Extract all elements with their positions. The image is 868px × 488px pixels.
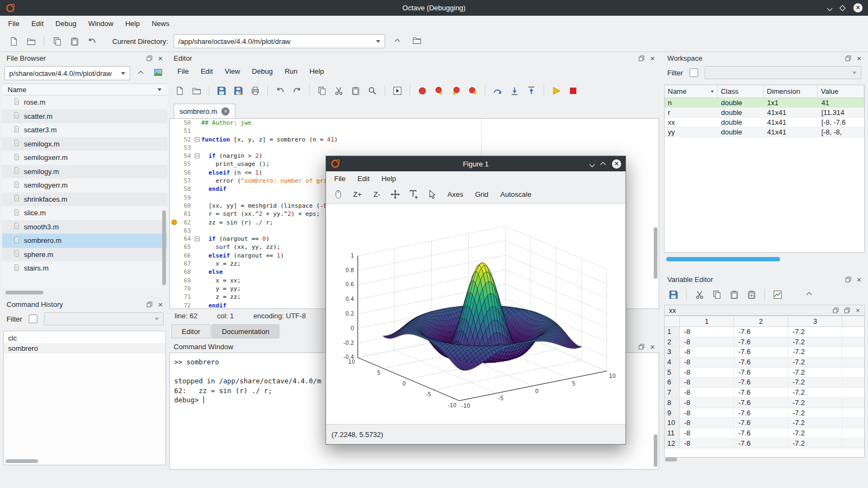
variable-row-header[interactable]: 9 [665, 408, 680, 418]
variable-row-header[interactable]: 10 [665, 418, 680, 428]
variable-cell[interactable]: -7.6 [734, 388, 788, 397]
variable-cell[interactable]: -7.6 [734, 377, 788, 387]
find-button[interactable] [365, 84, 380, 98]
gutter-marker[interactable] [170, 235, 178, 243]
variable-cell[interactable]: -8 [680, 428, 734, 438]
step-out-button[interactable] [524, 84, 539, 98]
editor-menu-edit[interactable]: Edit [195, 65, 219, 78]
file-list-header[interactable]: Name [2, 84, 167, 95]
step-over-button[interactable] [490, 84, 505, 98]
fold-icon[interactable]: − [195, 236, 200, 241]
undock-icon[interactable] [845, 277, 851, 282]
file-list-hscrollbar[interactable] [5, 291, 43, 294]
variable-cell[interactable]: -7.2 [788, 368, 843, 377]
fold-icon[interactable]: − [195, 153, 200, 158]
figure-shade-button[interactable] [590, 160, 594, 168]
figure-maximize-button[interactable] [601, 160, 605, 168]
variable-cell[interactable]: -8 [680, 327, 734, 337]
workspace-hscrollbar[interactable] [666, 257, 780, 261]
tab-close-icon[interactable]: × [221, 107, 229, 115]
new-file-button[interactable] [7, 34, 21, 49]
gutter-marker[interactable] [170, 160, 178, 168]
save-button[interactable] [666, 287, 681, 302]
tab-editor[interactable]: Editor [171, 324, 210, 338]
variable-cell[interactable]: -7.6 [734, 327, 788, 337]
variable-tab-bar[interactable]: xx × [664, 305, 865, 316]
figure-menu-file[interactable]: File [328, 172, 352, 185]
gutter-marker[interactable] [170, 227, 178, 235]
step-in-button[interactable] [507, 84, 522, 98]
gutter-marker[interactable] [170, 194, 178, 202]
redo-button[interactable] [290, 84, 304, 98]
file-row[interactable]: semilogy.m [2, 165, 167, 179]
axes-button[interactable]: Axes [444, 188, 467, 201]
menu-news[interactable]: News [146, 17, 176, 30]
file-row[interactable]: semilogyerr.m [2, 178, 167, 192]
file-row[interactable]: scatter.m [2, 110, 167, 124]
variable-row-header[interactable]: 6 [665, 377, 680, 387]
gutter-marker[interactable] [170, 252, 178, 260]
copy-button[interactable] [315, 84, 329, 98]
variable-cell[interactable]: -7.6 [734, 347, 788, 357]
close-panel-icon[interactable]: × [857, 54, 861, 62]
gutter-marker[interactable] [170, 177, 178, 185]
workspace-row[interactable]: xxdouble41x41[-8, -7.6 [665, 118, 864, 127]
insert-text-tool[interactable] [407, 188, 420, 201]
variable-cell[interactable]: -7.2 [788, 347, 843, 357]
close-panel-icon[interactable]: × [158, 54, 163, 62]
variable-cell[interactable]: -8 [680, 398, 734, 408]
file-browser-home-button[interactable] [151, 66, 165, 80]
history-item[interactable]: clc [4, 333, 165, 343]
cut-button[interactable] [692, 287, 707, 302]
workspace-filter-checkbox[interactable] [690, 68, 698, 77]
file-row[interactable]: rose.m [2, 95, 167, 110]
fold-margin[interactable] [194, 301, 201, 309]
menu-window[interactable]: Window [82, 17, 119, 30]
variable-row-header[interactable]: 8 [665, 398, 680, 408]
cut-button[interactable] [331, 84, 346, 98]
pan-tool[interactable] [389, 188, 402, 201]
undo-button[interactable] [85, 34, 99, 49]
fold-margin[interactable] [194, 252, 201, 260]
run-script-button[interactable] [390, 84, 405, 98]
variable-cell[interactable]: -8 [680, 439, 734, 448]
bp-next-button[interactable] [432, 84, 446, 98]
menu-help[interactable]: Help [119, 17, 146, 30]
variable-cell[interactable]: -7.6 [734, 418, 788, 428]
titlebar[interactable]: Octave (Debugging) × [0, 0, 868, 16]
workspace-column-header[interactable]: Dimension [764, 85, 818, 98]
file-browser-up-button[interactable] [133, 66, 148, 80]
fold-margin[interactable] [194, 119, 201, 127]
bp-clear-button[interactable] [465, 84, 480, 98]
figure-window[interactable]: Figure 1 × FileEditHelp Z+Z-AxesGridAuto… [326, 156, 626, 445]
variable-cell[interactable]: -7.2 [788, 357, 843, 367]
variable-cell[interactable]: -7.2 [788, 377, 843, 387]
undo-button[interactable] [273, 84, 288, 98]
fold-margin[interactable] [194, 285, 201, 293]
paste-button[interactable] [67, 34, 82, 49]
directory-up-button[interactable] [391, 34, 405, 48]
close-panel-icon[interactable]: × [650, 54, 655, 62]
file-row[interactable]: sombrero.m [2, 234, 167, 248]
fold-margin[interactable] [194, 227, 201, 235]
fold-margin[interactable] [194, 210, 201, 218]
variable-cell[interactable]: -7.6 [734, 357, 788, 367]
close-panel-icon[interactable]: × [158, 300, 163, 309]
rotate-tool[interactable] [331, 188, 344, 201]
history-filter-combobox[interactable] [44, 312, 164, 325]
save-as-button[interactable] [231, 84, 246, 98]
paste-special-button[interactable] [744, 287, 759, 302]
figure-plot-canvas[interactable] [326, 204, 626, 424]
undock-variable-icon[interactable] [833, 307, 839, 313]
variable-cell[interactable]: -8 [680, 347, 734, 357]
workspace-row[interactable]: yydouble41x41[-8, -8, [665, 127, 864, 137]
gutter-marker[interactable] [170, 243, 178, 251]
fold-margin[interactable] [194, 260, 201, 268]
zoom-out-tool[interactable]: Z- [371, 188, 384, 201]
variable-column-header[interactable]: 3 [788, 316, 843, 326]
continue-button[interactable] [549, 84, 564, 98]
variable-cell[interactable]: -7.6 [734, 337, 788, 347]
gutter-marker[interactable] [170, 277, 178, 285]
variable-cell[interactable]: -8 [680, 357, 734, 367]
close-panel-icon[interactable]: × [857, 275, 861, 284]
